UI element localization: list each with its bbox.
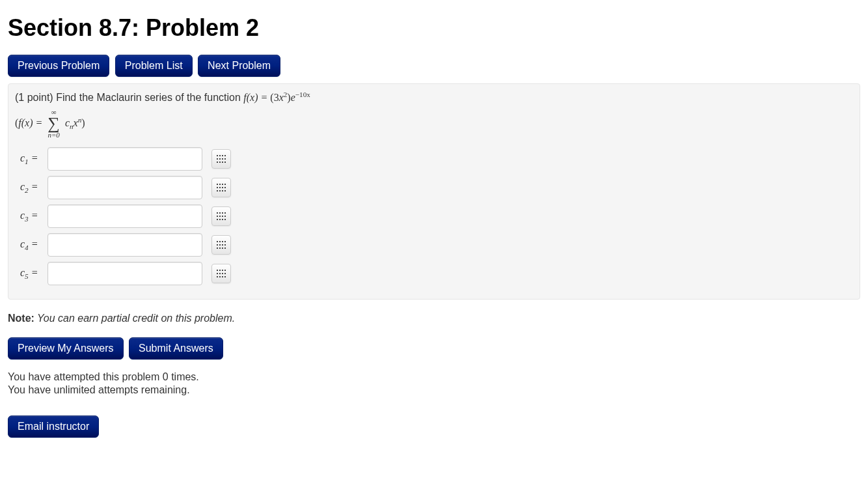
- series-close: ): [81, 117, 85, 128]
- footer-row: Email instructor: [8, 416, 860, 438]
- svg-rect-7: [224, 158, 226, 160]
- problem-statement: (1 point) Find the Maclaurin series of t…: [15, 91, 853, 104]
- svg-rect-10: [222, 162, 223, 163]
- svg-rect-13: [219, 184, 221, 185]
- svg-rect-39: [224, 241, 226, 242]
- svg-rect-8: [217, 162, 218, 163]
- series-lhs: f(x) =: [18, 117, 45, 128]
- answer-row: c5 =: [16, 260, 235, 287]
- sum-lower: n=0: [47, 132, 60, 139]
- svg-rect-56: [217, 276, 218, 277]
- svg-rect-12: [217, 184, 218, 185]
- svg-rect-33: [219, 219, 221, 220]
- note-label: Note:: [8, 313, 34, 324]
- svg-rect-23: [224, 190, 226, 191]
- svg-rect-57: [219, 276, 221, 277]
- next-problem-button[interactable]: Next Problem: [198, 55, 280, 77]
- svg-rect-15: [224, 184, 226, 185]
- note-text: You can earn partial credit on this prob…: [34, 313, 235, 324]
- answer-table: c1 = c2 = c3 = c4 = c5 =: [15, 144, 236, 289]
- svg-rect-11: [224, 162, 226, 163]
- attempts-text: You have attempted this problem 0 times.: [8, 371, 860, 383]
- series-form: (f(x) = ∞ ∑ n=0 cnxn): [15, 109, 853, 138]
- svg-rect-42: [222, 244, 223, 246]
- svg-rect-20: [217, 190, 218, 191]
- svg-rect-2: [222, 155, 223, 156]
- answer-row: c1 =: [16, 145, 235, 173]
- mathquill-button[interactable]: [211, 264, 231, 283]
- mathquill-button[interactable]: [211, 235, 231, 255]
- svg-rect-34: [222, 219, 223, 220]
- c3-input[interactable]: [47, 205, 202, 228]
- svg-rect-32: [217, 219, 218, 220]
- svg-rect-25: [219, 212, 221, 214]
- status-block: You have attempted this problem 0 times.…: [8, 371, 860, 396]
- answer-row: c4 =: [16, 231, 235, 259]
- svg-rect-36: [217, 241, 218, 242]
- page-title: Section 8.7: Problem 2: [8, 14, 860, 42]
- math-rhs-e: e: [291, 92, 295, 103]
- svg-rect-58: [222, 276, 223, 277]
- previous-problem-button[interactable]: Previous Problem: [8, 55, 109, 77]
- svg-rect-59: [224, 276, 226, 277]
- svg-rect-44: [217, 247, 218, 249]
- svg-rect-14: [222, 184, 223, 185]
- keypad-icon: [217, 155, 226, 163]
- svg-rect-24: [217, 212, 218, 214]
- c4-input[interactable]: [47, 233, 202, 257]
- svg-rect-27: [224, 212, 226, 214]
- svg-rect-30: [222, 216, 223, 217]
- svg-rect-16: [217, 187, 218, 188]
- answer-label-c2: c2 =: [16, 174, 42, 201]
- sum-symbol: ∞ ∑ n=0: [47, 109, 60, 138]
- keypad-icon: [217, 241, 226, 249]
- svg-rect-4: [217, 158, 218, 160]
- mathquill-button[interactable]: [211, 178, 231, 197]
- answer-label-c3: c3 =: [16, 203, 42, 230]
- svg-rect-46: [222, 247, 223, 249]
- svg-rect-9: [219, 162, 221, 163]
- keypad-icon: [217, 270, 226, 277]
- math-rhs-open: (3: [270, 92, 278, 103]
- svg-rect-52: [217, 273, 218, 274]
- svg-rect-22: [222, 190, 223, 191]
- math-lhs: f(x) =: [243, 92, 270, 103]
- mathquill-button[interactable]: [211, 149, 231, 169]
- submit-answers-button[interactable]: Submit Answers: [129, 337, 223, 360]
- answer-label-c1: c1 =: [16, 145, 42, 173]
- series-c: c: [65, 117, 70, 128]
- svg-rect-48: [217, 270, 218, 271]
- svg-rect-1: [219, 155, 221, 156]
- remaining-text: You have unlimited attempts remaining.: [8, 384, 860, 396]
- svg-rect-35: [224, 219, 226, 220]
- c5-input[interactable]: [47, 262, 202, 285]
- preview-answers-button[interactable]: Preview My Answers: [8, 337, 124, 360]
- problem-list-button[interactable]: Problem List: [115, 55, 193, 77]
- keypad-icon: [217, 184, 226, 191]
- nav-row: Previous Problem Problem List Next Probl…: [8, 55, 860, 77]
- svg-rect-54: [222, 273, 223, 274]
- svg-rect-26: [222, 212, 223, 214]
- keypad-icon: [217, 212, 226, 220]
- svg-rect-28: [217, 216, 218, 217]
- answer-label-c5: c5 =: [16, 260, 42, 287]
- svg-rect-55: [224, 273, 226, 274]
- answer-row: c2 =: [16, 174, 235, 201]
- svg-rect-50: [222, 270, 223, 271]
- problem-panel: (1 point) Find the Maclaurin series of t…: [8, 83, 860, 300]
- c1-input[interactable]: [47, 147, 202, 171]
- answer-label-c4: c4 =: [16, 231, 42, 259]
- svg-rect-0: [217, 155, 218, 156]
- svg-rect-17: [219, 187, 221, 188]
- mathquill-button[interactable]: [211, 206, 231, 226]
- svg-rect-3: [224, 155, 226, 156]
- c2-input[interactable]: [47, 176, 202, 199]
- email-instructor-button[interactable]: Email instructor: [8, 416, 99, 438]
- math-rhs-var: x: [279, 92, 284, 103]
- svg-rect-47: [224, 247, 226, 249]
- math-rhs-eexp: −10x: [295, 91, 310, 98]
- svg-rect-18: [222, 187, 223, 188]
- svg-rect-43: [224, 244, 226, 246]
- svg-rect-37: [219, 241, 221, 242]
- svg-rect-51: [224, 270, 226, 271]
